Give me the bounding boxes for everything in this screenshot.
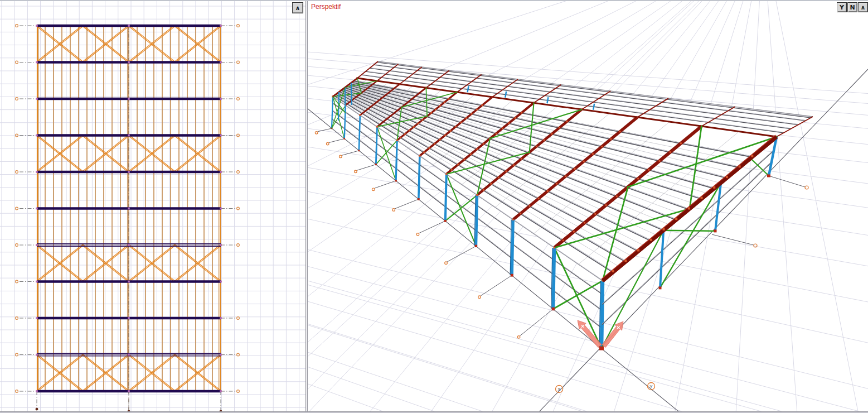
plan-drawing [0,1,306,413]
y-axis-view-icon: Y [840,4,844,11]
chevron-up-icon: ∧ [861,4,866,11]
chevron-up-icon: ∧ [295,5,300,11]
viewport-plan[interactable]: ∧ [0,1,306,413]
viewport-title: Perspektif [311,3,341,11]
plan-button-row: ∧ [292,2,303,13]
expand-button-plan[interactable]: ∧ [292,2,303,13]
perspective-drawing: XY [308,1,868,413]
expand-button-perspective[interactable]: ∧ [858,2,868,12]
app-window: ∧ XY Perspektif Y N ∧ [0,0,868,413]
viewport-perspective[interactable]: XY Perspektif Y N ∧ [308,1,868,413]
view-button-n[interactable]: N [847,2,857,12]
svg-text:Y: Y [649,384,653,389]
perspective-button-row: Y N ∧ [837,2,868,12]
view-button-y[interactable]: Y [837,2,847,12]
n-view-icon: N [850,4,855,11]
svg-text:X: X [557,387,561,392]
